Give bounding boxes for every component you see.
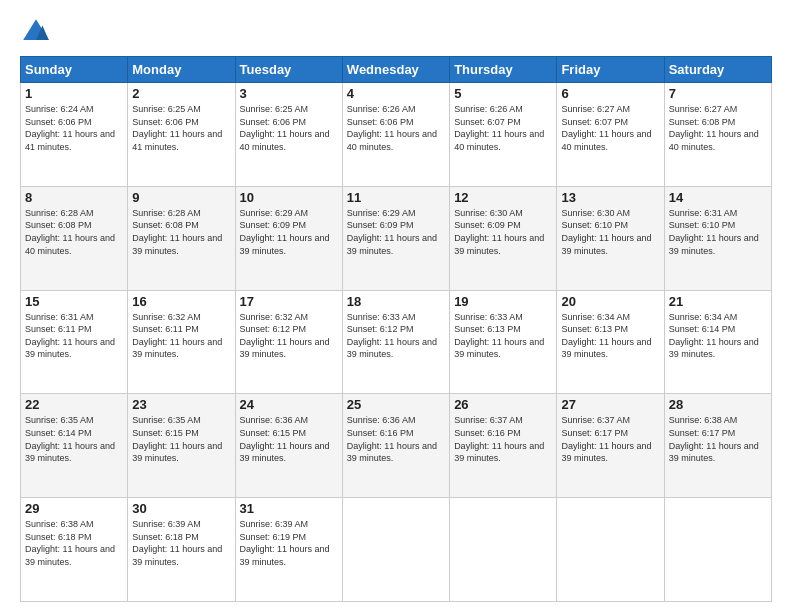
calendar-day-2: 2 Sunrise: 6:25 AM Sunset: 6:06 PM Dayli… — [128, 83, 235, 187]
calendar-day-24: 24 Sunrise: 6:36 AM Sunset: 6:15 PM Dayl… — [235, 394, 342, 498]
day-number: 29 — [25, 501, 123, 516]
calendar-day-10: 10 Sunrise: 6:29 AM Sunset: 6:09 PM Dayl… — [235, 186, 342, 290]
day-info: Sunrise: 6:27 AM Sunset: 6:08 PM Dayligh… — [669, 103, 767, 153]
day-info: Sunrise: 6:24 AM Sunset: 6:06 PM Dayligh… — [25, 103, 123, 153]
day-number: 19 — [454, 294, 552, 309]
day-number: 24 — [240, 397, 338, 412]
calendar-day-11: 11 Sunrise: 6:29 AM Sunset: 6:09 PM Dayl… — [342, 186, 449, 290]
day-number: 4 — [347, 86, 445, 101]
day-number: 28 — [669, 397, 767, 412]
calendar-day-5: 5 Sunrise: 6:26 AM Sunset: 6:07 PM Dayli… — [450, 83, 557, 187]
calendar-header-row: SundayMondayTuesdayWednesdayThursdayFrid… — [21, 57, 772, 83]
calendar-day-29: 29 Sunrise: 6:38 AM Sunset: 6:18 PM Dayl… — [21, 498, 128, 602]
calendar-day-6: 6 Sunrise: 6:27 AM Sunset: 6:07 PM Dayli… — [557, 83, 664, 187]
logo — [20, 16, 56, 48]
day-number: 6 — [561, 86, 659, 101]
day-info: Sunrise: 6:37 AM Sunset: 6:17 PM Dayligh… — [561, 414, 659, 464]
calendar-day-7: 7 Sunrise: 6:27 AM Sunset: 6:08 PM Dayli… — [664, 83, 771, 187]
day-info: Sunrise: 6:39 AM Sunset: 6:19 PM Dayligh… — [240, 518, 338, 568]
calendar-day-4: 4 Sunrise: 6:26 AM Sunset: 6:06 PM Dayli… — [342, 83, 449, 187]
calendar-day-21: 21 Sunrise: 6:34 AM Sunset: 6:14 PM Dayl… — [664, 290, 771, 394]
col-header-tuesday: Tuesday — [235, 57, 342, 83]
day-number: 2 — [132, 86, 230, 101]
logo-icon — [20, 16, 52, 48]
day-number: 31 — [240, 501, 338, 516]
day-info: Sunrise: 6:32 AM Sunset: 6:12 PM Dayligh… — [240, 311, 338, 361]
day-info: Sunrise: 6:34 AM Sunset: 6:13 PM Dayligh… — [561, 311, 659, 361]
calendar-day-1: 1 Sunrise: 6:24 AM Sunset: 6:06 PM Dayli… — [21, 83, 128, 187]
day-info: Sunrise: 6:32 AM Sunset: 6:11 PM Dayligh… — [132, 311, 230, 361]
calendar-day-3: 3 Sunrise: 6:25 AM Sunset: 6:06 PM Dayli… — [235, 83, 342, 187]
calendar-day-30: 30 Sunrise: 6:39 AM Sunset: 6:18 PM Dayl… — [128, 498, 235, 602]
day-number: 26 — [454, 397, 552, 412]
day-number: 14 — [669, 190, 767, 205]
calendar-week-2: 8 Sunrise: 6:28 AM Sunset: 6:08 PM Dayli… — [21, 186, 772, 290]
day-info: Sunrise: 6:28 AM Sunset: 6:08 PM Dayligh… — [25, 207, 123, 257]
page: SundayMondayTuesdayWednesdayThursdayFrid… — [0, 0, 792, 612]
calendar-day-25: 25 Sunrise: 6:36 AM Sunset: 6:16 PM Dayl… — [342, 394, 449, 498]
day-number: 20 — [561, 294, 659, 309]
calendar-day-26: 26 Sunrise: 6:37 AM Sunset: 6:16 PM Dayl… — [450, 394, 557, 498]
calendar-day-27: 27 Sunrise: 6:37 AM Sunset: 6:17 PM Dayl… — [557, 394, 664, 498]
day-number: 22 — [25, 397, 123, 412]
calendar-week-4: 22 Sunrise: 6:35 AM Sunset: 6:14 PM Dayl… — [21, 394, 772, 498]
day-info: Sunrise: 6:34 AM Sunset: 6:14 PM Dayligh… — [669, 311, 767, 361]
day-info: Sunrise: 6:26 AM Sunset: 6:07 PM Dayligh… — [454, 103, 552, 153]
day-number: 8 — [25, 190, 123, 205]
calendar-day-17: 17 Sunrise: 6:32 AM Sunset: 6:12 PM Dayl… — [235, 290, 342, 394]
day-info: Sunrise: 6:26 AM Sunset: 6:06 PM Dayligh… — [347, 103, 445, 153]
col-header-saturday: Saturday — [664, 57, 771, 83]
day-number: 18 — [347, 294, 445, 309]
day-number: 13 — [561, 190, 659, 205]
calendar-day-12: 12 Sunrise: 6:30 AM Sunset: 6:09 PM Dayl… — [450, 186, 557, 290]
day-info: Sunrise: 6:31 AM Sunset: 6:11 PM Dayligh… — [25, 311, 123, 361]
day-number: 1 — [25, 86, 123, 101]
calendar-day-14: 14 Sunrise: 6:31 AM Sunset: 6:10 PM Dayl… — [664, 186, 771, 290]
calendar-day-13: 13 Sunrise: 6:30 AM Sunset: 6:10 PM Dayl… — [557, 186, 664, 290]
day-info: Sunrise: 6:25 AM Sunset: 6:06 PM Dayligh… — [240, 103, 338, 153]
calendar-table: SundayMondayTuesdayWednesdayThursdayFrid… — [20, 56, 772, 602]
day-number: 10 — [240, 190, 338, 205]
day-number: 9 — [132, 190, 230, 205]
col-header-monday: Monday — [128, 57, 235, 83]
col-header-friday: Friday — [557, 57, 664, 83]
calendar-day-18: 18 Sunrise: 6:33 AM Sunset: 6:12 PM Dayl… — [342, 290, 449, 394]
day-info: Sunrise: 6:27 AM Sunset: 6:07 PM Dayligh… — [561, 103, 659, 153]
calendar-day-8: 8 Sunrise: 6:28 AM Sunset: 6:08 PM Dayli… — [21, 186, 128, 290]
calendar-empty — [557, 498, 664, 602]
calendar-day-31: 31 Sunrise: 6:39 AM Sunset: 6:19 PM Dayl… — [235, 498, 342, 602]
calendar-day-16: 16 Sunrise: 6:32 AM Sunset: 6:11 PM Dayl… — [128, 290, 235, 394]
day-number: 5 — [454, 86, 552, 101]
day-info: Sunrise: 6:36 AM Sunset: 6:15 PM Dayligh… — [240, 414, 338, 464]
calendar-empty — [342, 498, 449, 602]
day-number: 23 — [132, 397, 230, 412]
day-number: 25 — [347, 397, 445, 412]
day-number: 16 — [132, 294, 230, 309]
calendar-day-20: 20 Sunrise: 6:34 AM Sunset: 6:13 PM Dayl… — [557, 290, 664, 394]
day-number: 21 — [669, 294, 767, 309]
calendar-day-28: 28 Sunrise: 6:38 AM Sunset: 6:17 PM Dayl… — [664, 394, 771, 498]
day-number: 7 — [669, 86, 767, 101]
day-number: 15 — [25, 294, 123, 309]
day-info: Sunrise: 6:25 AM Sunset: 6:06 PM Dayligh… — [132, 103, 230, 153]
day-info: Sunrise: 6:35 AM Sunset: 6:15 PM Dayligh… — [132, 414, 230, 464]
day-info: Sunrise: 6:33 AM Sunset: 6:12 PM Dayligh… — [347, 311, 445, 361]
day-info: Sunrise: 6:31 AM Sunset: 6:10 PM Dayligh… — [669, 207, 767, 257]
day-info: Sunrise: 6:30 AM Sunset: 6:10 PM Dayligh… — [561, 207, 659, 257]
calendar-day-23: 23 Sunrise: 6:35 AM Sunset: 6:15 PM Dayl… — [128, 394, 235, 498]
day-number: 27 — [561, 397, 659, 412]
col-header-sunday: Sunday — [21, 57, 128, 83]
calendar-week-3: 15 Sunrise: 6:31 AM Sunset: 6:11 PM Dayl… — [21, 290, 772, 394]
calendar-day-19: 19 Sunrise: 6:33 AM Sunset: 6:13 PM Dayl… — [450, 290, 557, 394]
day-info: Sunrise: 6:33 AM Sunset: 6:13 PM Dayligh… — [454, 311, 552, 361]
calendar-week-5: 29 Sunrise: 6:38 AM Sunset: 6:18 PM Dayl… — [21, 498, 772, 602]
day-info: Sunrise: 6:29 AM Sunset: 6:09 PM Dayligh… — [240, 207, 338, 257]
day-info: Sunrise: 6:35 AM Sunset: 6:14 PM Dayligh… — [25, 414, 123, 464]
day-info: Sunrise: 6:37 AM Sunset: 6:16 PM Dayligh… — [454, 414, 552, 464]
day-info: Sunrise: 6:38 AM Sunset: 6:17 PM Dayligh… — [669, 414, 767, 464]
day-info: Sunrise: 6:29 AM Sunset: 6:09 PM Dayligh… — [347, 207, 445, 257]
day-info: Sunrise: 6:30 AM Sunset: 6:09 PM Dayligh… — [454, 207, 552, 257]
day-number: 30 — [132, 501, 230, 516]
calendar-empty — [664, 498, 771, 602]
calendar-empty — [450, 498, 557, 602]
